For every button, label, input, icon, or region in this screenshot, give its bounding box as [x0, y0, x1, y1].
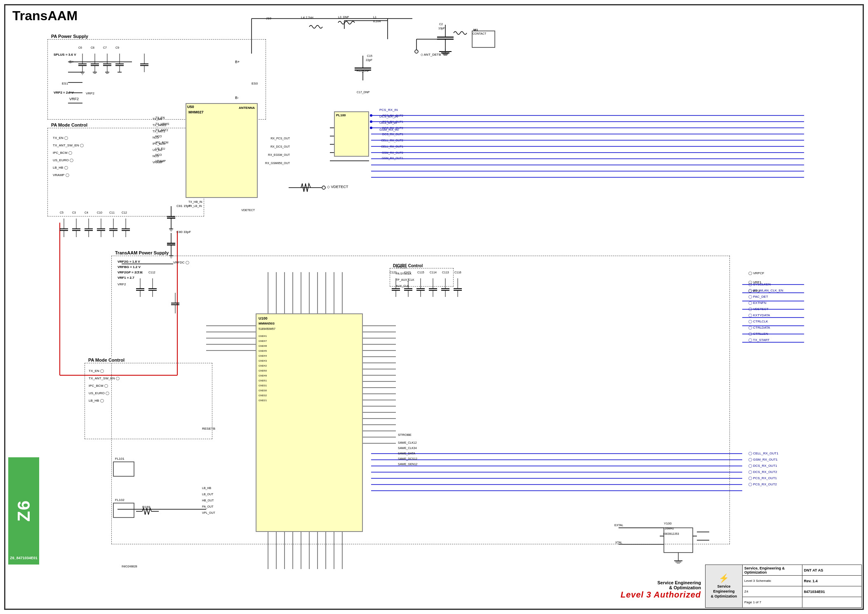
sawe-data: SAWE_DATA [398, 452, 415, 455]
service-engineering-label: Service Engineering [657, 580, 701, 585]
pin-vdetect: VDETECT [241, 209, 255, 212]
cell-rx-in-label: CELL_RX_IN [379, 121, 397, 124]
page-title: TransAAM [12, 8, 78, 24]
lb-out-label: LB_OUT [202, 493, 213, 496]
ic-u100-ref: U100 [259, 316, 268, 320]
pin-tx-hb: TX_HB_IN [188, 200, 202, 203]
sawe-dcs12: SAWE_DCS12 [398, 457, 417, 460]
pa-mode-control-box: PA Mode Control [47, 128, 204, 216]
pa-mode-control-label: PA Mode Control [50, 122, 89, 127]
pin-rx-pcs: RX_PCS_OUT [271, 137, 290, 140]
pl100-label: PL100 [335, 112, 368, 118]
m1-contact: CONTACT [473, 32, 486, 35]
tx-start-out: ◯ TX_START [748, 338, 769, 342]
dcs-rx-out1: DCS_RX_OUT1 [382, 133, 403, 136]
pin-gnd30: GND30 [259, 389, 267, 392]
pcs-rx-in-label: PCS_RX_IN [379, 108, 398, 112]
ic-u50-antenna-label: ANTENNA [239, 106, 255, 110]
gsm-rx-out2: GSM_RX_OUT2 [382, 151, 403, 154]
splus-label: SPLUS = 3.6 V [54, 53, 76, 56]
logo-text-2: & Optimization [711, 594, 737, 599]
c112-label: C112 [148, 271, 155, 274]
c11-label: C11 [109, 211, 115, 214]
us-euro-pa-label: US_EURO ◯ [53, 158, 73, 162]
sawe-clk12: SAWE_CLK12 [398, 441, 417, 444]
c17-dnp-label: C17_DNP [357, 91, 370, 94]
us-euro-bottom: US_EURO ◯ [89, 391, 109, 395]
tx-en-pa-label: TX_EN ◯ [53, 136, 68, 140]
bt-clk-label: TP_AUX_CLK [396, 278, 414, 281]
xtal-label: XTAL [615, 541, 622, 544]
c81-label: C81 15pF [176, 204, 191, 208]
tx-ant-sw-en-label: TX_ANT_SW_EN ◯ [53, 144, 84, 147]
info-cell-rev: Rev. 1.4 [802, 576, 862, 586]
gsm-rx-out1: GSM_RX_OUT1 [382, 157, 403, 160]
gsm-rx-out1-bottom: ◯ GSM_RX_OUT1 [748, 458, 778, 461]
c115-label: C115 [417, 271, 424, 274]
pin-gnd42: GND42 [259, 365, 267, 367]
resetb-label: RESETB [202, 427, 215, 431]
r169-label: R169 [142, 505, 150, 509]
aux-clk-label: AUX_CLK [396, 285, 409, 287]
vdetect-label: ◇ VDETECT [327, 185, 348, 189]
c10-label: C10 [97, 211, 102, 214]
ctrlclk-out: ◯ CTRLCLK [748, 320, 768, 323]
c15-label: C15 [367, 54, 372, 57]
c3-label: C3 [72, 211, 76, 214]
vpl-out-label: VPL_OUT [202, 511, 215, 514]
ctrldata-out: ◯ CTRLDATA [748, 326, 770, 329]
ic-u100-sub: 5189450M57 [259, 327, 275, 330]
gsm-rx-in-label: GSM_RX_IN [379, 128, 398, 132]
c15-val: 22pF [366, 59, 372, 61]
y100-label: Y100 [664, 522, 672, 525]
pcs-rx-out1-bottom: ◯ PCS_RX_OUT1 [748, 476, 777, 480]
pin-gnd50: GND50 [259, 369, 267, 372]
vramp-pa-label: VRAMP ◯ [53, 173, 69, 177]
hb-out-label: HB_OUT [202, 499, 214, 502]
vdetect-bottom: ◯ VDETECT [748, 307, 769, 311]
lb-hb-bottom: LB_HB ◯ [89, 399, 104, 402]
c4-label: C4 [85, 211, 88, 214]
level-authorized-text: Level 3 Authorized [621, 590, 701, 600]
ic-u50-ref: U50 [187, 105, 194, 109]
inio-label: INIO248828 [122, 565, 137, 568]
extal-label: EXTAL [614, 524, 623, 527]
cell-rx-out1: CELL_RX_OUT1 [381, 145, 403, 148]
pin-gnd41: GND41 [259, 335, 267, 337]
r12-dnp-label: R12_DNP [357, 69, 370, 72]
b-plus-2: B+ [235, 60, 240, 64]
strobe-label: STROBE [398, 433, 412, 437]
es0-label: ES0 [252, 82, 258, 85]
vrf1-out: ◯ VRF1 [748, 280, 762, 284]
pa-power-supply-label: PA Power Supply [50, 34, 89, 39]
ant-detb-label: ◇ ANT_DETB [421, 53, 441, 56]
ic-u50: U50 MHM027 ANTENNA TX_EN TX_VRMS TX_ANT2… [186, 103, 258, 198]
info-row-3: Z4 8471034E01 [743, 586, 861, 597]
c114-label: C114 [430, 271, 437, 274]
ipc-bcm-label: IPC_BCM [153, 142, 165, 145]
info-cell-service: Service, Engineering & Optimization [743, 565, 802, 575]
l3-dnp-label: L3_DNP [338, 16, 349, 19]
pin-gnd47: GND47 [259, 340, 267, 342]
ipc-bcm-bottom: IPC_BCM ◯ [89, 384, 108, 388]
j10-label: J10 [266, 16, 271, 20]
pin-rx-egsm: RX_EGSM_OUT [268, 153, 290, 156]
sawe-clk34: SAWE_CLK34 [398, 447, 417, 449]
es1-label: ES1 [62, 82, 68, 85]
c116-label: C116 [454, 271, 461, 274]
vrfbg-label: VRFBG = 1.2 V [118, 265, 141, 269]
pin-gnd51: GND51 [259, 379, 267, 382]
pin-rx-dcs: RX_DCS_OUT [271, 145, 290, 148]
vrf2g-label: VRF2G = 1.8 V [118, 260, 140, 263]
c7-label: C7 [103, 46, 107, 49]
tx-en-label-u50: TX_EN [153, 118, 162, 120]
ic-u50-part: MHM027 [188, 110, 204, 114]
vrf1-label: VRF1 = 2.7 [118, 276, 134, 280]
dcs-rx-out1-bottom: ◯ DCS_RX_OUT1 [748, 464, 777, 468]
tx-ant-label: TX_ANT2 [153, 130, 165, 133]
y100-freq: 26MHz [665, 527, 674, 530]
l1-label: L1 [373, 16, 376, 19]
c9-label: C9 [115, 46, 119, 49]
y100-part: 4903912J53 [663, 532, 679, 535]
info-cell-empty [802, 597, 862, 607]
